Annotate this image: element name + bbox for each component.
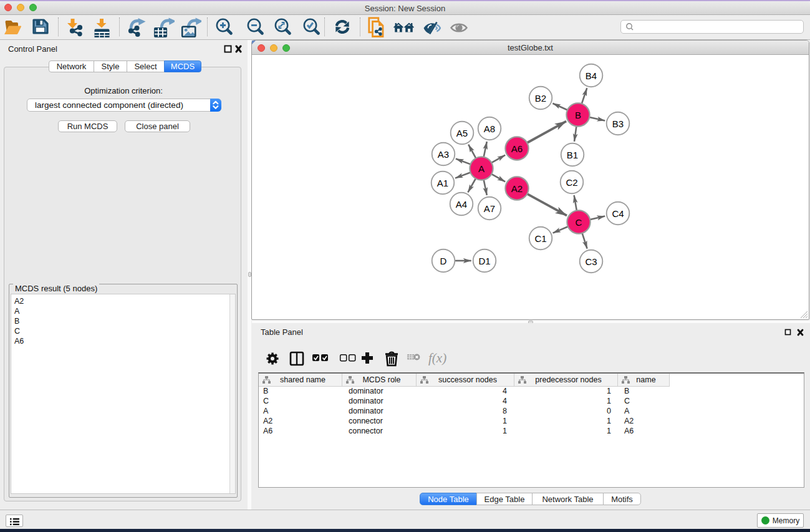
svg-text:A8: A8: [484, 123, 495, 134]
svg-text:B3: B3: [612, 118, 624, 129]
svg-text:A7: A7: [484, 203, 495, 214]
svg-text:B4: B4: [586, 70, 597, 81]
svg-text:A3: A3: [438, 149, 449, 160]
svg-text:C3: C3: [585, 256, 597, 267]
svg-text:C4: C4: [612, 208, 624, 219]
svg-text:A: A: [478, 163, 485, 174]
svg-text:A1: A1: [437, 178, 448, 188]
svg-text:B: B: [575, 110, 581, 120]
svg-text:C2: C2: [566, 177, 577, 188]
svg-text:A2: A2: [511, 183, 523, 194]
svg-text:C1: C1: [534, 233, 546, 244]
svg-text:f(x): f(x): [428, 351, 446, 365]
svg-text:D1: D1: [478, 256, 490, 266]
svg-text:B2: B2: [535, 93, 546, 104]
svg-text:D: D: [440, 256, 447, 266]
svg-text:A4: A4: [456, 199, 467, 210]
svg-text:A5: A5: [456, 128, 468, 138]
svg-text:A6: A6: [511, 143, 523, 154]
svg-text:C: C: [576, 217, 582, 228]
svg-text:B1: B1: [567, 150, 578, 160]
